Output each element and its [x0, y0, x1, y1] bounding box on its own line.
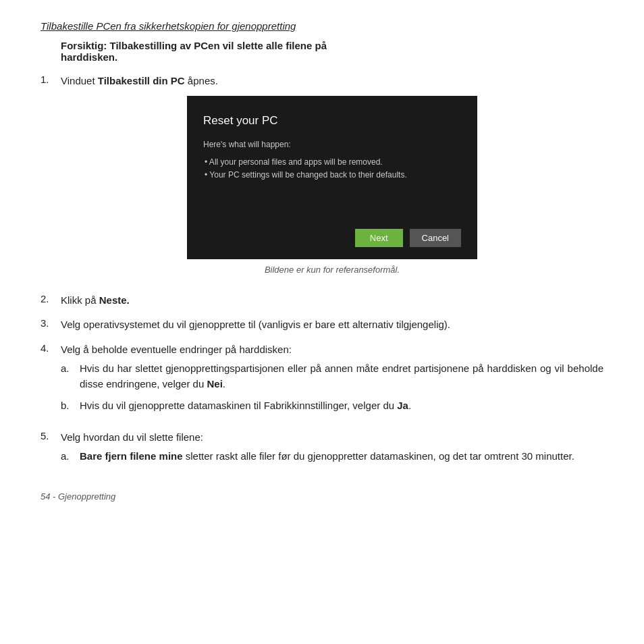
- warning-bold-2: harddisken.: [61, 51, 117, 63]
- step-4a-content: Hvis du har slettet gjenopprettingsparti…: [80, 361, 603, 392]
- page-title: Tilbakestille PCen fra sikkerhetskopien …: [41, 20, 603, 32]
- step-4a-bold: Nei: [207, 378, 222, 390]
- warning-block: Forsiktig: Tilbakestilling av PCen vil s…: [61, 40, 603, 63]
- step-4-number: 4.: [41, 342, 61, 354]
- step-4b-content: Hvis du vil gjenopprette datamaskinen ti…: [80, 398, 603, 414]
- step-2-number: 2.: [41, 293, 61, 304]
- step-2: 2. Klikk på Neste.: [41, 293, 603, 308]
- step-3: 3. Velg operativsystemet du vil gjenoppr…: [41, 317, 603, 333]
- step-4-content: Velg å beholde eventuelle endringer på h…: [61, 342, 603, 421]
- warning-bold: Forsiktig: Tilbakestilling av PCen vil s…: [61, 40, 327, 51]
- step-1-content: Vinduet Tilbakestill din PC åpnes. Reset…: [61, 74, 603, 284]
- screenshot-buttons: Next Cancel: [203, 222, 461, 247]
- screenshot-box: Reset your PC Here's what will happen: •…: [187, 96, 477, 260]
- step-5a-bold: Bare fjern filene mine: [80, 450, 183, 462]
- step-5a-letter: a.: [61, 449, 80, 464]
- step-5: 5. Velg hvordan du vil slette filene: a.…: [41, 430, 603, 471]
- step-5-number: 5.: [41, 430, 61, 441]
- step-1-number: 1.: [41, 74, 61, 85]
- screenshot-container: Reset your PC Here's what will happen: •…: [61, 96, 603, 277]
- screenshot-bullet-1: • All your personal files and apps will …: [205, 156, 461, 169]
- screenshot-bullets: • All your personal files and apps will …: [205, 156, 461, 182]
- step-1: 1. Vinduet Tilbakestill din PC åpnes. Re…: [41, 74, 603, 284]
- screenshot-bullet-2: • Your PC settings will be changed back …: [205, 169, 461, 182]
- screenshot-title: Reset your PC: [203, 112, 461, 130]
- step-4a: a. Hvis du har slettet gjenopprettingspa…: [61, 361, 603, 392]
- step-4: 4. Velg å beholde eventuelle endringer p…: [41, 342, 603, 421]
- screenshot-cancel-button[interactable]: Cancel: [410, 229, 461, 247]
- step-4b-bold: Ja: [397, 400, 408, 411]
- step-4b: b. Hvis du vil gjenopprette datamaskinen…: [61, 398, 603, 414]
- step-1-bold: Tilbakestill din PC: [98, 75, 185, 86]
- screenshot-caption: Bildene er kun for referanseformål.: [265, 263, 400, 277]
- screenshot-subtitle: Here's what will happen:: [203, 138, 461, 151]
- step-4a-letter: a.: [61, 361, 80, 377]
- step-2-content: Klikk på Neste.: [61, 293, 603, 308]
- step-3-content: Velg operativsystemet du vil gjenopprett…: [61, 317, 603, 333]
- step-5a-content: Bare fjern filene mine sletter raskt all…: [80, 449, 603, 464]
- page-title-link[interactable]: Tilbakestille PCen fra sikkerhetskopien …: [41, 20, 603, 32]
- page-footer: 54 - Gjenoppretting: [41, 491, 603, 502]
- step-list: 1. Vinduet Tilbakestill din PC åpnes. Re…: [41, 74, 603, 471]
- screenshot-next-button[interactable]: Next: [355, 229, 403, 247]
- step-5a: a. Bare fjern filene mine sletter raskt …: [61, 449, 603, 464]
- step-5-content: Velg hvordan du vil slette filene: a. Ba…: [61, 430, 603, 471]
- step-4-substeps: a. Hvis du har slettet gjenopprettingspa…: [61, 361, 603, 414]
- step-3-number: 3.: [41, 317, 61, 329]
- step-2-bold: Neste.: [99, 294, 130, 306]
- step-5-substeps: a. Bare fjern filene mine sletter raskt …: [61, 449, 603, 464]
- step-4b-letter: b.: [61, 398, 80, 414]
